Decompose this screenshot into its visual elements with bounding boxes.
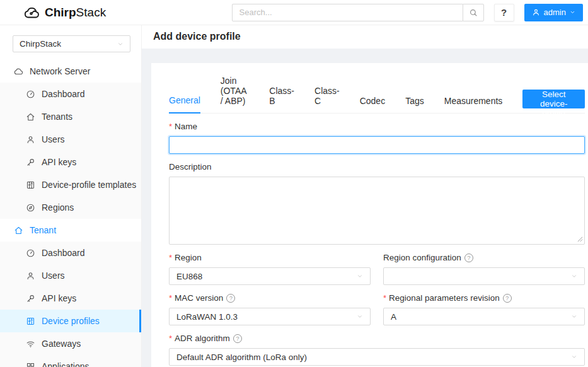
dashboard-icon — [26, 248, 35, 258]
search-button[interactable] — [463, 4, 484, 21]
tab-codec[interactable]: Codec — [360, 96, 385, 113]
wifi-icon — [26, 339, 35, 349]
sidebar-item-ns-dashboard[interactable]: Dashboard — [0, 83, 141, 105]
app-header: ChirpStack ? admin — [0, 0, 588, 25]
home-icon — [14, 226, 23, 235]
tab-class-c[interactable]: Class-C — [314, 86, 340, 113]
sidebar-item-tenant-applications[interactable]: Applications — [0, 355, 141, 367]
chirpstack-logo[interactable]: ChirpStack — [24, 6, 106, 20]
form-item-adr-algorithm: * ADR algorithm ? Default ADR algorithm … — [169, 333, 585, 366]
adr-algorithm-label-text: ADR algorithm — [175, 333, 230, 344]
key-icon — [26, 158, 35, 167]
sidebar-item-label: API keys — [42, 293, 76, 303]
tab-general[interactable]: General — [169, 95, 200, 114]
sidebar-item-tenant[interactable]: Tenant — [0, 219, 141, 242]
content-area: Add device profile General Join (OTAA / … — [142, 25, 588, 367]
user-icon — [26, 271, 35, 281]
tab-measurements[interactable]: Measurements — [444, 96, 503, 113]
search-icon — [469, 8, 478, 17]
logo-text: ChirpStack — [45, 6, 106, 20]
form-item-region-configuration: Region configuration ? — [383, 252, 585, 285]
regional-parameters-revision-label-text: Regional parameters revision — [389, 293, 500, 304]
user-menu-button[interactable]: admin — [524, 4, 583, 21]
sidebar-item-tenant-users[interactable]: Users — [0, 264, 141, 287]
sidebar-item-label: Device profiles — [42, 316, 100, 326]
sidebar-item-label: Users — [42, 134, 65, 144]
help-circle-icon[interactable]: ? — [226, 294, 235, 303]
region-configuration-select[interactable] — [383, 267, 585, 285]
logo-text-bold: Chirp — [45, 6, 76, 19]
sidebar-item-label: Tenants — [42, 112, 72, 122]
form-item-description: Description — [169, 161, 585, 245]
sidebar-item-label: Tenant — [30, 225, 56, 235]
help-circle-icon[interactable]: ? — [503, 294, 512, 303]
help-question-icon: ? — [501, 7, 507, 18]
resize-handle[interactable] — [577, 236, 583, 242]
sidebar-item-label: Device-profile templates — [42, 180, 136, 190]
required-asterisk: * — [169, 252, 172, 264]
required-asterisk: * — [169, 293, 172, 304]
form-item-region: * Region EU868 — [169, 252, 371, 285]
region-configuration-label: Region configuration ? — [383, 252, 585, 264]
region-select-value: EU868 — [176, 272, 202, 281]
form-item-name: * Name — [169, 121, 585, 154]
page-title: Add device profile — [153, 31, 578, 42]
dashboard-icon — [26, 90, 35, 99]
name-input[interactable] — [169, 136, 585, 154]
form-item-mac-version: * MAC version ? LoRaWAN 1.0.3 — [169, 293, 371, 325]
sidebar-item-label: Dashboard — [42, 248, 85, 258]
regional-parameters-revision-label: * Regional parameters revision ? — [383, 293, 585, 304]
tabs-bar: General Join (OTAA / ABP) Class-B Class-… — [169, 63, 585, 114]
form-row-mac: * MAC version ? LoRaWAN 1.0.3 * Regio — [169, 293, 585, 325]
region-label-text: Region — [175, 252, 202, 264]
organization-select[interactable]: ChirpStack — [13, 35, 130, 52]
regional-parameters-revision-select[interactable]: A — [383, 308, 585, 325]
page-header: Add device profile — [142, 25, 588, 49]
description-textarea-wrap — [169, 177, 585, 245]
organization-select-value: ChirpStack — [20, 39, 61, 49]
chevron-down-icon — [571, 273, 577, 279]
required-asterisk: * — [169, 121, 172, 132]
description-textarea[interactable] — [169, 177, 585, 245]
home-icon — [26, 112, 35, 122]
chevron-down-icon — [571, 354, 577, 360]
sidebar-item-tenant-gateways[interactable]: Gateways — [0, 332, 141, 355]
help-circle-icon[interactable]: ? — [233, 334, 242, 343]
mac-version-select[interactable]: LoRaWAN 1.0.3 — [169, 308, 371, 325]
main-layout: ChirpStack Network Server Dashboard Tena… — [0, 25, 588, 367]
help-circle-icon[interactable]: ? — [464, 253, 473, 262]
help-button[interactable]: ? — [494, 4, 514, 21]
tab-join-otaa-abp[interactable]: Join (OTAA / ABP) — [221, 76, 250, 113]
adr-algorithm-select-value: Default ADR algorithm (LoRa only) — [176, 352, 307, 362]
sidebar-item-ns-regions[interactable]: Regions — [0, 196, 141, 219]
sidebar-item-label: Gateways — [42, 339, 81, 349]
sidebar-item-tenant-api-keys[interactable]: API keys — [0, 287, 141, 310]
chevron-down-icon — [571, 313, 577, 320]
sidebar-item-ns-device-profile-templates[interactable]: Device-profile templates — [0, 173, 141, 196]
region-select[interactable]: EU868 — [169, 267, 371, 285]
sidebar-item-label: Users — [42, 271, 65, 281]
chevron-down-icon — [117, 41, 124, 47]
sidebar: ChirpStack Network Server Dashboard Tena… — [0, 25, 142, 367]
description-label-text: Description — [169, 161, 212, 173]
sidebar-item-tenant-device-profiles[interactable]: Device profiles — [0, 310, 141, 332]
required-asterisk: * — [383, 293, 386, 304]
adr-algorithm-select[interactable]: Default ADR algorithm (LoRa only) — [169, 348, 585, 366]
chevron-down-icon — [357, 313, 363, 320]
form-row-region: * Region EU868 Region configuration ? — [169, 252, 585, 285]
select-device-profile-template-button[interactable]: Select device-profile template — [522, 90, 585, 108]
region-configuration-label-text: Region configuration — [383, 252, 461, 264]
adr-algorithm-label: * ADR algorithm ? — [169, 333, 585, 344]
description-label: Description — [169, 161, 585, 173]
tab-class-b[interactable]: Class-B — [269, 86, 294, 113]
sidebar-item-network-server[interactable]: Network Server — [0, 60, 141, 83]
sidebar-item-label: Applications — [42, 361, 89, 367]
search-input[interactable] — [232, 4, 463, 21]
sidebar-item-ns-tenants[interactable]: Tenants — [0, 105, 141, 128]
sidebar-item-ns-api-keys[interactable]: API keys — [0, 151, 141, 173]
region-label: * Region — [169, 252, 371, 264]
sidebar-item-ns-users[interactable]: Users — [0, 128, 141, 151]
user-menu-label: admin — [544, 8, 566, 17]
sidebar-item-tenant-dashboard[interactable]: Dashboard — [0, 242, 141, 264]
tab-tags[interactable]: Tags — [405, 96, 424, 113]
